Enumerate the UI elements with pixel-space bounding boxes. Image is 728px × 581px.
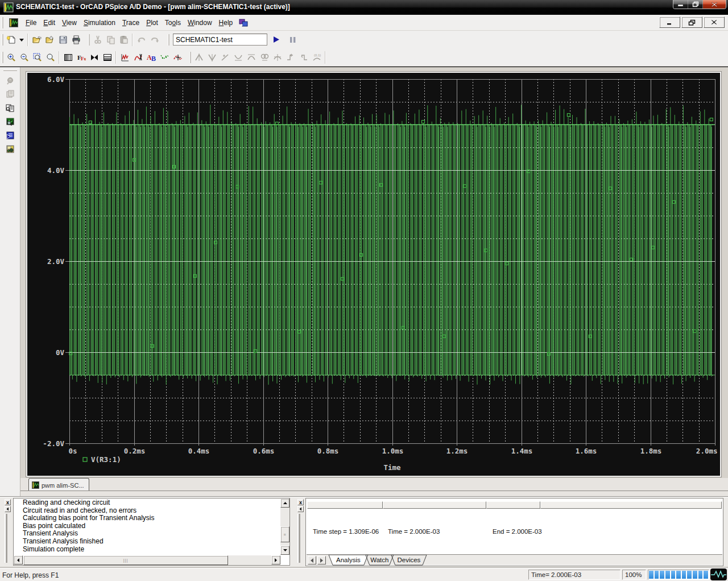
toolbar-gripper[interactable] bbox=[168, 34, 169, 46]
new-file-dropdown-button[interactable] bbox=[18, 33, 26, 47]
vertical-scroll-thumb[interactable]: ≡ bbox=[280, 526, 289, 542]
mdi-minimize-button[interactable] bbox=[659, 17, 680, 28]
performance-analysis-button[interactable] bbox=[88, 51, 101, 64]
mdi-close-button[interactable] bbox=[704, 17, 725, 28]
scroll-up-button[interactable] bbox=[280, 498, 289, 508]
close-button[interactable] bbox=[703, 0, 726, 9]
simulation-message: Transient Analysis bbox=[23, 530, 279, 538]
cursor-trough-button[interactable] bbox=[205, 51, 218, 64]
toolbar-gripper[interactable] bbox=[189, 52, 191, 63]
plot-canvas[interactable]: 6.0V4.0V2.0V0V-2.0V0s0.2ms0.4ms0.6ms0.8m… bbox=[27, 73, 720, 476]
simulation-profile-value: SCHEMATIC1-test bbox=[173, 36, 233, 44]
add-trace-button[interactable] bbox=[118, 51, 131, 64]
menu-item-view[interactable]: View bbox=[59, 17, 80, 29]
scroll-left-button[interactable] bbox=[14, 555, 23, 564]
simulation-profile-combo[interactable]: SCHEMATIC1-test bbox=[173, 34, 267, 46]
print-button[interactable] bbox=[69, 33, 82, 47]
status-tab-analysis[interactable]: Analysis bbox=[329, 555, 368, 565]
tab-scroll-left-button[interactable] bbox=[308, 556, 316, 564]
zoom-fit-button[interactable] bbox=[44, 51, 57, 64]
output-close-button[interactable]: x bbox=[5, 499, 11, 505]
cursor-max-button[interactable] bbox=[245, 51, 258, 64]
paste-button[interactable] bbox=[117, 33, 130, 47]
status-dock-gripper[interactable] bbox=[297, 514, 300, 563]
save-file-button[interactable] bbox=[56, 33, 69, 47]
output-dock-gripper[interactable] bbox=[5, 514, 7, 563]
capture-link-icon[interactable] bbox=[238, 18, 249, 27]
new-file-button[interactable] bbox=[5, 33, 18, 47]
cursor-search-button[interactable] bbox=[271, 51, 284, 64]
run-simulation-button[interactable] bbox=[270, 33, 283, 47]
mark-voltage-level-button[interactable] bbox=[297, 51, 310, 64]
cut-button[interactable] bbox=[91, 33, 104, 47]
side-toolbar bbox=[0, 67, 20, 496]
pspice-pulse-icon[interactable] bbox=[710, 568, 727, 580]
toolbar-gripper[interactable] bbox=[2, 52, 3, 63]
new-file-dropdown-icon bbox=[18, 35, 25, 44]
log-x-axis-button[interactable] bbox=[61, 51, 75, 64]
menu-item-trace[interactable]: Trace bbox=[119, 17, 143, 29]
output-window-dockbar: x bbox=[1, 499, 11, 563]
svg-text:0.4ms: 0.4ms bbox=[188, 447, 210, 455]
view-simulation-messages-button[interactable] bbox=[3, 129, 17, 142]
output-collapse-button[interactable] bbox=[5, 506, 11, 512]
restore-button[interactable] bbox=[688, 0, 703, 9]
plot-document-tab[interactable]: pwm alim-SC... bbox=[28, 478, 89, 491]
append-file-button[interactable] bbox=[43, 33, 56, 47]
toggle-cursor-button[interactable] bbox=[171, 51, 184, 64]
text-label-button[interactable]: AB bbox=[144, 51, 158, 64]
mark-data-points-button[interactable] bbox=[158, 51, 171, 64]
cursor-next-button[interactable] bbox=[284, 51, 297, 64]
status-close-button[interactable]: x bbox=[297, 499, 304, 505]
scroll-right-button[interactable] bbox=[271, 555, 280, 564]
log-y-axis-button[interactable] bbox=[101, 51, 114, 64]
trace-legend[interactable]: V(R3:1) bbox=[83, 455, 121, 464]
toolbar-gripper[interactable] bbox=[88, 34, 90, 46]
mark-coordinates-button[interactable]: (0,1) bbox=[310, 51, 323, 64]
tab-scroll-right-button[interactable] bbox=[317, 556, 326, 564]
copy-button[interactable] bbox=[104, 33, 117, 47]
menu-item-edit[interactable]: Edit bbox=[40, 17, 59, 29]
output-window: Reading and checking circuitCircuit read… bbox=[13, 498, 290, 566]
status-tab-devices[interactable]: Devices bbox=[391, 555, 427, 565]
output-horizontal-scrollbar[interactable]: ||| bbox=[14, 555, 280, 565]
menu-item-help[interactable]: Help bbox=[216, 17, 237, 29]
menu-item-file[interactable]: File bbox=[22, 17, 40, 29]
simulation-queue-button[interactable] bbox=[3, 75, 17, 87]
cursor-peak-button[interactable] bbox=[192, 51, 205, 64]
view-netlist-button[interactable] bbox=[3, 88, 17, 101]
menu-gripper[interactable] bbox=[2, 17, 3, 28]
status-collapse-button[interactable] bbox=[297, 506, 304, 512]
cursor-min-button[interactable] bbox=[231, 51, 245, 64]
undo-button[interactable] bbox=[135, 33, 148, 47]
horizontal-scroll-thumb[interactable]: ||| bbox=[23, 555, 228, 565]
scroll-down-button[interactable] bbox=[280, 546, 289, 555]
status-field: End = 2.000E-03 bbox=[493, 528, 542, 535]
zoom-in-button[interactable] bbox=[5, 51, 18, 64]
status-tab-watch[interactable]: Watch bbox=[366, 555, 394, 565]
zoom-area-button[interactable] bbox=[31, 51, 44, 64]
toolbar-separator bbox=[27, 34, 28, 46]
menu-item-tools[interactable]: Tools bbox=[162, 17, 184, 29]
eval-goal-function-button[interactable] bbox=[131, 51, 144, 64]
cursor-point-button[interactable] bbox=[258, 51, 271, 64]
toolbar-gripper[interactable] bbox=[2, 34, 3, 46]
open-file-button[interactable] bbox=[30, 33, 43, 47]
svg-text:2.0ms: 2.0ms bbox=[696, 447, 718, 455]
minimize-button[interactable] bbox=[673, 0, 688, 9]
zoom-out-button[interactable] bbox=[18, 51, 31, 64]
side-toolbar-gripper[interactable] bbox=[3, 69, 17, 71]
view-output-file-button[interactable] bbox=[3, 102, 17, 114]
simulation-profiles-button[interactable] bbox=[3, 143, 17, 155]
cursor-slope-button[interactable] bbox=[218, 51, 231, 64]
output-vertical-scrollbar[interactable]: ≡ bbox=[280, 498, 289, 555]
pause-simulation-button[interactable] bbox=[286, 33, 299, 47]
menu-item-plot[interactable]: Plot bbox=[143, 17, 162, 29]
redo-button[interactable] bbox=[148, 33, 161, 47]
menu-item-simulation[interactable]: Simulation bbox=[80, 17, 119, 29]
mark-voltage-level-icon bbox=[299, 53, 308, 62]
fourier-button[interactable]: FFu bbox=[75, 51, 88, 64]
mdi-restore-button[interactable] bbox=[681, 17, 702, 28]
view-simulation-results-button[interactable] bbox=[3, 116, 17, 128]
menu-item-window[interactable]: Window bbox=[184, 17, 216, 29]
